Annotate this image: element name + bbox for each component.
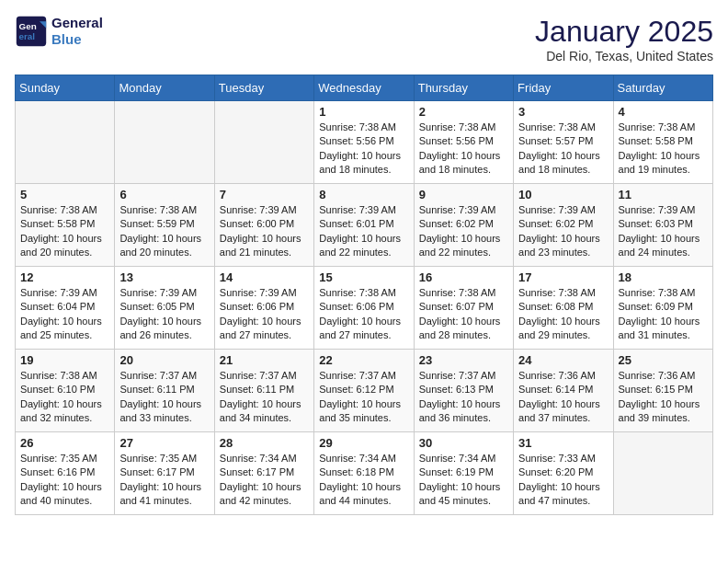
day-number: 15 bbox=[319, 270, 408, 284]
calendar-cell: 4Sunrise: 7:38 AM Sunset: 5:58 PM Daylig… bbox=[613, 101, 712, 184]
day-number: 5 bbox=[20, 188, 109, 201]
day-number: 30 bbox=[419, 436, 508, 450]
day-number: 11 bbox=[619, 188, 708, 201]
calendar-cell: 22Sunrise: 7:37 AM Sunset: 6:12 PM Dayli… bbox=[314, 350, 414, 432]
day-info: Sunrise: 7:38 AM Sunset: 6:10 PM Dayligh… bbox=[20, 369, 109, 426]
week-row-2: 5Sunrise: 7:38 AM Sunset: 5:58 PM Daylig… bbox=[16, 184, 713, 267]
day-info: Sunrise: 7:39 AM Sunset: 6:03 PM Dayligh… bbox=[619, 203, 708, 260]
calendar-cell: 28Sunrise: 7:34 AM Sunset: 6:17 PM Dayli… bbox=[214, 432, 313, 515]
day-info: Sunrise: 7:39 AM Sunset: 6:00 PM Dayligh… bbox=[220, 203, 309, 260]
day-number: 1 bbox=[319, 105, 408, 119]
calendar-cell: 8Sunrise: 7:39 AM Sunset: 6:01 PM Daylig… bbox=[314, 184, 414, 267]
calendar-cell: 26Sunrise: 7:35 AM Sunset: 6:16 PM Dayli… bbox=[16, 432, 115, 515]
day-number: 27 bbox=[119, 436, 209, 450]
day-info: Sunrise: 7:38 AM Sunset: 6:06 PM Dayligh… bbox=[319, 286, 408, 343]
calendar-cell: 9Sunrise: 7:39 AM Sunset: 6:02 PM Daylig… bbox=[414, 184, 513, 267]
day-info: Sunrise: 7:37 AM Sunset: 6:11 PM Dayligh… bbox=[220, 369, 309, 426]
page-header: Gen eral General Blue January 2025 Del R… bbox=[15, 15, 713, 63]
day-number: 25 bbox=[619, 353, 708, 367]
header-saturday: Saturday bbox=[613, 75, 712, 101]
header-monday: Monday bbox=[115, 75, 214, 101]
day-info: Sunrise: 7:35 AM Sunset: 6:16 PM Dayligh… bbox=[20, 452, 109, 509]
day-info: Sunrise: 7:38 AM Sunset: 5:58 PM Dayligh… bbox=[619, 121, 708, 178]
week-row-3: 12Sunrise: 7:39 AM Sunset: 6:04 PM Dayli… bbox=[16, 267, 713, 350]
day-info: Sunrise: 7:38 AM Sunset: 6:09 PM Dayligh… bbox=[619, 286, 708, 343]
logo: Gen eral General Blue bbox=[15, 15, 103, 48]
day-number: 18 bbox=[619, 270, 708, 284]
day-info: Sunrise: 7:34 AM Sunset: 6:19 PM Dayligh… bbox=[419, 452, 508, 509]
day-info: Sunrise: 7:37 AM Sunset: 6:11 PM Dayligh… bbox=[119, 369, 209, 426]
calendar-cell: 19Sunrise: 7:38 AM Sunset: 6:10 PM Dayli… bbox=[16, 350, 115, 432]
calendar-cell: 17Sunrise: 7:38 AM Sunset: 6:08 PM Dayli… bbox=[514, 267, 613, 350]
day-number: 4 bbox=[619, 105, 708, 119]
day-number: 2 bbox=[419, 105, 508, 119]
location: Del Rio, Texas, United States bbox=[535, 49, 713, 63]
title-block: January 2025 Del Rio, Texas, United Stat… bbox=[535, 15, 713, 63]
day-number: 21 bbox=[220, 353, 309, 367]
day-number: 29 bbox=[319, 436, 408, 450]
day-info: Sunrise: 7:37 AM Sunset: 6:12 PM Dayligh… bbox=[319, 369, 408, 426]
day-info: Sunrise: 7:38 AM Sunset: 6:07 PM Dayligh… bbox=[419, 286, 508, 343]
svg-text:Gen: Gen bbox=[19, 21, 37, 31]
calendar-cell bbox=[214, 101, 313, 184]
day-info: Sunrise: 7:38 AM Sunset: 5:58 PM Dayligh… bbox=[20, 203, 109, 260]
day-number: 24 bbox=[518, 353, 608, 367]
calendar-cell bbox=[613, 432, 712, 515]
calendar-cell: 30Sunrise: 7:34 AM Sunset: 6:19 PM Dayli… bbox=[414, 432, 513, 515]
calendar-cell: 11Sunrise: 7:39 AM Sunset: 6:03 PM Dayli… bbox=[613, 184, 712, 267]
header-tuesday: Tuesday bbox=[214, 75, 313, 101]
calendar-cell: 25Sunrise: 7:36 AM Sunset: 6:15 PM Dayli… bbox=[613, 350, 712, 432]
logo-text: General Blue bbox=[51, 15, 103, 48]
week-row-5: 26Sunrise: 7:35 AM Sunset: 6:16 PM Dayli… bbox=[16, 432, 713, 515]
calendar-cell: 24Sunrise: 7:36 AM Sunset: 6:14 PM Dayli… bbox=[514, 350, 613, 432]
day-number: 3 bbox=[518, 105, 608, 119]
day-info: Sunrise: 7:38 AM Sunset: 5:56 PM Dayligh… bbox=[419, 121, 508, 178]
day-number: 14 bbox=[220, 270, 309, 284]
calendar-cell: 5Sunrise: 7:38 AM Sunset: 5:58 PM Daylig… bbox=[16, 184, 115, 267]
day-number: 31 bbox=[518, 436, 608, 450]
day-info: Sunrise: 7:39 AM Sunset: 6:02 PM Dayligh… bbox=[518, 203, 608, 260]
day-info: Sunrise: 7:39 AM Sunset: 6:05 PM Dayligh… bbox=[119, 286, 209, 343]
calendar-cell: 10Sunrise: 7:39 AM Sunset: 6:02 PM Dayli… bbox=[514, 184, 613, 267]
svg-text:eral: eral bbox=[19, 31, 36, 41]
calendar-cell: 31Sunrise: 7:33 AM Sunset: 6:20 PM Dayli… bbox=[514, 432, 613, 515]
logo-icon: Gen eral bbox=[15, 15, 48, 48]
day-number: 17 bbox=[518, 270, 608, 284]
header-friday: Friday bbox=[514, 75, 613, 101]
week-row-4: 19Sunrise: 7:38 AM Sunset: 6:10 PM Dayli… bbox=[16, 350, 713, 432]
day-info: Sunrise: 7:33 AM Sunset: 6:20 PM Dayligh… bbox=[518, 452, 608, 509]
day-number: 22 bbox=[319, 353, 408, 367]
calendar-cell bbox=[16, 101, 115, 184]
month-title: January 2025 bbox=[535, 15, 713, 49]
day-info: Sunrise: 7:38 AM Sunset: 5:56 PM Dayligh… bbox=[319, 121, 408, 178]
calendar-cell: 12Sunrise: 7:39 AM Sunset: 6:04 PM Dayli… bbox=[16, 267, 115, 350]
calendar-cell: 14Sunrise: 7:39 AM Sunset: 6:06 PM Dayli… bbox=[214, 267, 313, 350]
day-number: 8 bbox=[319, 188, 408, 201]
day-info: Sunrise: 7:38 AM Sunset: 5:57 PM Dayligh… bbox=[518, 121, 608, 178]
day-info: Sunrise: 7:35 AM Sunset: 6:17 PM Dayligh… bbox=[119, 452, 209, 509]
calendar-header-row: SundayMondayTuesdayWednesdayThursdayFrid… bbox=[16, 75, 713, 101]
day-number: 7 bbox=[220, 188, 309, 201]
day-number: 10 bbox=[518, 188, 608, 201]
day-number: 26 bbox=[20, 436, 109, 450]
calendar-cell: 6Sunrise: 7:38 AM Sunset: 5:59 PM Daylig… bbox=[115, 184, 214, 267]
day-info: Sunrise: 7:39 AM Sunset: 6:01 PM Dayligh… bbox=[319, 203, 408, 260]
day-info: Sunrise: 7:37 AM Sunset: 6:13 PM Dayligh… bbox=[419, 369, 508, 426]
week-row-1: 1Sunrise: 7:38 AM Sunset: 5:56 PM Daylig… bbox=[16, 101, 713, 184]
day-info: Sunrise: 7:39 AM Sunset: 6:06 PM Dayligh… bbox=[220, 286, 309, 343]
calendar-cell: 3Sunrise: 7:38 AM Sunset: 5:57 PM Daylig… bbox=[514, 101, 613, 184]
day-number: 19 bbox=[20, 353, 109, 367]
calendar-cell: 27Sunrise: 7:35 AM Sunset: 6:17 PM Dayli… bbox=[115, 432, 214, 515]
day-info: Sunrise: 7:36 AM Sunset: 6:15 PM Dayligh… bbox=[619, 369, 708, 426]
day-number: 23 bbox=[419, 353, 508, 367]
header-thursday: Thursday bbox=[414, 75, 513, 101]
day-number: 6 bbox=[119, 188, 209, 201]
calendar-cell bbox=[115, 101, 214, 184]
header-sunday: Sunday bbox=[16, 75, 115, 101]
calendar-table: SundayMondayTuesdayWednesdayThursdayFrid… bbox=[15, 75, 713, 515]
day-info: Sunrise: 7:39 AM Sunset: 6:04 PM Dayligh… bbox=[20, 286, 109, 343]
day-number: 13 bbox=[119, 270, 209, 284]
day-info: Sunrise: 7:39 AM Sunset: 6:02 PM Dayligh… bbox=[419, 203, 508, 260]
day-info: Sunrise: 7:34 AM Sunset: 6:18 PM Dayligh… bbox=[319, 452, 408, 509]
day-info: Sunrise: 7:38 AM Sunset: 5:59 PM Dayligh… bbox=[119, 203, 209, 260]
